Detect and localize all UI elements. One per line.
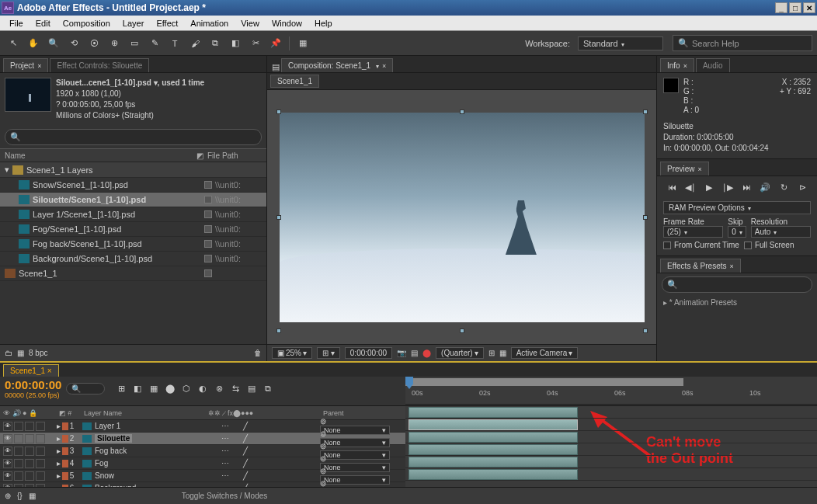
anchor-tool-icon[interactable]: ⊕ xyxy=(106,35,123,52)
tab-project[interactable]: Project× xyxy=(3,58,48,72)
toggle-switches-button[interactable]: Toggle Switches / Modes xyxy=(182,492,268,500)
visibility-toggle[interactable]: 👁 xyxy=(3,422,12,431)
effects-search-input[interactable]: 🔍 xyxy=(662,276,812,293)
clone-tool-icon[interactable]: ⧉ xyxy=(207,35,224,52)
project-item[interactable]: Layer 1/Scene1_[1-10].psd\\unit0: xyxy=(0,207,266,222)
guides-icon[interactable]: ▦ xyxy=(499,349,506,357)
menu-edit[interactable]: Edit xyxy=(30,17,57,30)
project-folder[interactable]: ▾ Scene1_1 Layers xyxy=(0,162,266,178)
close-button[interactable]: ✕ xyxy=(803,2,815,13)
tl-tool-icon[interactable]: ⊞ xyxy=(114,382,128,396)
tab-audio[interactable]: Audio xyxy=(696,58,730,72)
visibility-toggle[interactable]: 👁 xyxy=(3,434,12,443)
camera-tool-icon[interactable]: ⦿ xyxy=(85,35,103,52)
play-icon[interactable]: ▶ xyxy=(702,181,716,193)
rect-tool-icon[interactable]: ▭ xyxy=(126,35,143,52)
selection-tool-icon[interactable]: ↖ xyxy=(5,35,22,52)
layer-duration-bar[interactable] xyxy=(408,419,578,430)
col-header-path[interactable]: File Path xyxy=(207,151,262,160)
col-header-name[interactable]: Name xyxy=(5,151,196,160)
layer-name-label[interactable]: Layer 1 xyxy=(95,422,120,430)
tl-tool-icon[interactable]: ⇆ xyxy=(228,382,242,396)
layer-name-label[interactable]: Snow xyxy=(95,471,114,480)
layer-name-label[interactable]: Silouette xyxy=(95,434,132,443)
ram-preview-icon[interactable]: ⊳ xyxy=(795,181,809,193)
menu-layer[interactable]: Layer xyxy=(116,17,151,30)
type-tool-icon[interactable]: T xyxy=(166,35,183,52)
col-layer-name[interactable]: Layer Name xyxy=(81,409,208,417)
ram-preview-options[interactable]: RAM Preview Options xyxy=(663,201,811,214)
timecode-display[interactable]: 0:00:00:00 xyxy=(345,347,392,359)
parent-pick-icon[interactable]: ⊚ xyxy=(320,467,326,475)
mute-icon[interactable]: 🔊 xyxy=(758,181,772,193)
frame-rate-select[interactable]: (25) xyxy=(663,226,723,238)
timeline-tab[interactable]: Scene1_1 × xyxy=(3,364,59,377)
tl-tool-icon[interactable]: ⊗ xyxy=(212,382,226,396)
hand-tool-icon[interactable]: ✋ xyxy=(25,35,42,52)
col-header-tag[interactable]: ◩ xyxy=(196,151,207,160)
tl-tool-icon[interactable]: ⧉ xyxy=(261,382,275,396)
effects-preset-group[interactable]: ▸ * Animation Presets xyxy=(657,296,817,309)
layer-duration-bar[interactable] xyxy=(408,469,578,480)
project-item[interactable]: Background/Scene1_[1-10].psd\\unit0: xyxy=(0,252,266,266)
zoom-tool-icon[interactable]: 🔍 xyxy=(45,35,62,52)
eraser-tool-icon[interactable]: ◧ xyxy=(227,35,244,52)
resolution-menu-icon[interactable]: ⊞ ▾ xyxy=(317,347,340,359)
menu-composition[interactable]: Composition xyxy=(57,17,116,30)
workspace-select[interactable]: Standard xyxy=(578,36,663,50)
menu-file[interactable]: File xyxy=(3,17,30,30)
maximize-button[interactable]: □ xyxy=(789,2,801,13)
snapshot-icon[interactable]: 📷 xyxy=(397,349,406,357)
layer-duration-bar[interactable] xyxy=(408,444,578,455)
tab-info[interactable]: Info× xyxy=(660,58,694,72)
tab-preview[interactable]: Preview× xyxy=(660,162,709,176)
timeline-track-row[interactable] xyxy=(405,431,817,443)
tl-tool-icon[interactable]: ⬡ xyxy=(179,382,193,396)
layer-duration-bar[interactable] xyxy=(408,432,578,443)
project-item[interactable]: Fog/Scene1_[1-10].psd\\unit0: xyxy=(0,222,266,237)
playhead[interactable] xyxy=(405,377,413,389)
layer-name-label[interactable]: Fog xyxy=(95,459,108,468)
project-comp[interactable]: Scene1_1 xyxy=(0,266,266,281)
visibility-toggle[interactable]: 👁 xyxy=(3,447,12,456)
minimize-button[interactable]: _ xyxy=(775,2,787,13)
timeline-track-row[interactable] xyxy=(405,468,817,481)
tl-footer-icon[interactable]: {} xyxy=(17,492,23,500)
quality-dropdown[interactable]: (Quarter) ▾ xyxy=(436,347,484,359)
layer-name-label[interactable]: Fog back xyxy=(95,447,127,455)
timeline-track-row[interactable] xyxy=(405,456,817,468)
first-frame-icon[interactable]: ⏮ xyxy=(665,181,679,193)
resolution-select[interactable]: Auto xyxy=(751,226,811,238)
visibility-toggle[interactable]: 👁 xyxy=(3,471,12,481)
tl-tool-icon[interactable]: ▦ xyxy=(147,382,161,396)
parent-pick-icon[interactable]: ⊚ xyxy=(320,429,326,438)
show-snapshot-icon[interactable]: ▤ xyxy=(411,349,418,357)
roto-tool-icon[interactable]: ✂ xyxy=(247,35,264,52)
channels-icon[interactable]: ⬤ xyxy=(422,349,431,357)
menu-effect[interactable]: Effect xyxy=(150,17,184,30)
project-search-input[interactable]: 🔍 xyxy=(5,129,262,145)
prev-frame-icon[interactable]: ◀∣ xyxy=(683,181,697,193)
timeline-track-row[interactable] xyxy=(405,406,817,419)
timeline-timecode[interactable]: 0:00:00:00 xyxy=(5,378,61,391)
layer-duration-bar[interactable] xyxy=(408,407,578,418)
visibility-toggle[interactable]: 👁 xyxy=(3,459,12,468)
menu-animation[interactable]: Animation xyxy=(184,17,235,30)
skip-select[interactable]: 0 xyxy=(728,226,746,238)
rotate-tool-icon[interactable]: ⟲ xyxy=(65,35,82,52)
timeline-track-row[interactable] xyxy=(405,419,817,431)
tab-composition[interactable]: Composition: Scene1_1 × xyxy=(281,58,393,72)
tl-tool-icon[interactable]: ◧ xyxy=(130,382,144,396)
snap-icon[interactable]: ▦ xyxy=(294,35,311,52)
search-help-input[interactable]: 🔍 Search Help xyxy=(673,35,812,51)
parent-pick-icon[interactable]: ⊚ xyxy=(320,454,326,463)
brush-tool-icon[interactable]: 🖌 xyxy=(186,35,203,52)
parent-pick-icon[interactable]: ⊚ xyxy=(320,417,326,426)
folder-new-icon[interactable]: 🗀 xyxy=(5,349,12,357)
project-item[interactable]: Fog back/Scene1_[1-10].psd\\unit0: xyxy=(0,237,266,252)
grid-icon[interactable]: ⊞ xyxy=(488,349,495,357)
pen-tool-icon[interactable]: ✎ xyxy=(146,35,163,52)
from-current-checkbox[interactable]: From Current Time xyxy=(663,241,739,249)
tl-tool-icon[interactable]: ◐ xyxy=(196,382,210,396)
menu-help[interactable]: Help xyxy=(308,17,339,30)
